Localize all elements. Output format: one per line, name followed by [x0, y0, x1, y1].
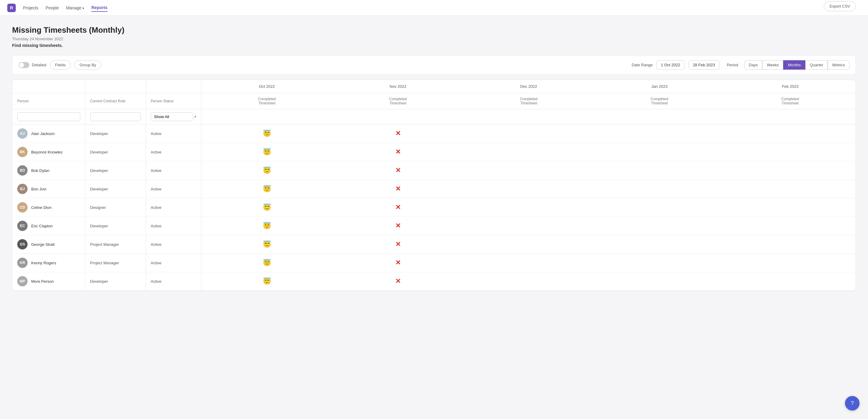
- x-icon: ✕: [395, 277, 401, 285]
- month-dec-2022: Dec 2022: [463, 80, 594, 93]
- table-body: AJ Alan Jackson DeveloperActive😇✕ BK Bey…: [12, 124, 856, 291]
- status-filter-cell: Show All Active Inactive ▾: [146, 109, 201, 124]
- avatar-0: AJ: [17, 128, 28, 139]
- month-cell-4-3: [594, 198, 725, 217]
- table-row: BK Beyoncé Knowles DeveloperActive😇✕: [12, 143, 856, 161]
- role-cell-6: Project Manager: [85, 235, 146, 254]
- period-months[interactable]: Months: [783, 60, 805, 70]
- month-cell-7-2: [463, 254, 594, 272]
- date-end-input[interactable]: 28 Feb 2023: [688, 60, 720, 70]
- x-icon: ✕: [395, 130, 401, 137]
- month-cell-4-0: 😇: [201, 198, 333, 217]
- month-cell-2-2: [463, 161, 594, 180]
- avatar-4: CD: [17, 202, 28, 213]
- period-metrics[interactable]: Metrics: [828, 60, 849, 70]
- month-cell-8-0: 😇: [201, 272, 333, 291]
- status-filter-select[interactable]: Show All Active Inactive: [151, 112, 193, 121]
- month-cell-7-0: 😇: [201, 254, 333, 272]
- person-cell-6: GS George Strait: [12, 235, 85, 254]
- nav-people[interactable]: People: [46, 4, 59, 11]
- month-cell-8-1: ✕: [333, 272, 463, 291]
- status-cell-6: Active: [146, 235, 201, 254]
- status-cell-3: Active: [146, 180, 201, 198]
- month-cell-1-2: [463, 143, 594, 161]
- navigation: R Projects People Manage Reports: [0, 0, 868, 16]
- role-filter-input[interactable]: [90, 112, 141, 121]
- x-icon: ✕: [395, 203, 401, 211]
- table-row: CD Celine Dion DesignerActive😇✕: [12, 198, 856, 217]
- detailed-toggle[interactable]: [19, 62, 29, 68]
- month-cell-0-4: [725, 124, 856, 143]
- period-quarter[interactable]: Quarter: [805, 60, 828, 70]
- status-cell-5: Active: [146, 217, 201, 235]
- avatar-7: KR: [17, 258, 28, 268]
- month-cell-6-3: [594, 235, 725, 254]
- nav-projects[interactable]: Projects: [23, 4, 38, 11]
- page-title: Missing Timesheets (Monthly): [12, 26, 856, 35]
- month-cell-0-0: 😇: [201, 124, 333, 143]
- status-filter-wrap: Show All Active Inactive ▾: [151, 112, 196, 121]
- avatar-2: BD: [17, 165, 28, 175]
- angel-icon: 😇: [263, 240, 271, 248]
- status-cell-2: Active: [146, 161, 201, 180]
- x-icon: ✕: [395, 259, 401, 266]
- table-row: KR Kenny Rogers Project ManagerActive😇✕: [12, 254, 856, 272]
- month-cell-2-1: ✕: [333, 161, 463, 180]
- table-row: BD Bob Dylan DeveloperActive😇✕: [12, 161, 856, 180]
- avatar-1: BK: [17, 147, 28, 157]
- person-name-0: Alan Jackson: [31, 131, 55, 136]
- col-person: Person: [12, 93, 85, 109]
- person-filter-input[interactable]: [17, 112, 80, 121]
- table-row: EC Eric Clapton DeveloperActive😇✕: [12, 217, 856, 235]
- timesheets-table: Oct 2022 Nov 2022 Dec 2022 Jan 2023 Feb …: [12, 79, 856, 291]
- period-days[interactable]: Days: [744, 60, 762, 70]
- x-icon: ✕: [395, 222, 401, 229]
- avatar-8: MP: [17, 276, 28, 286]
- status-cell-4: Active: [146, 198, 201, 217]
- person-name-7: Kenny Rogers: [31, 261, 56, 265]
- month-cell-8-2: [463, 272, 594, 291]
- month-cell-8-3: [594, 272, 725, 291]
- x-icon: ✕: [395, 148, 401, 156]
- person-name-6: George Strait: [31, 242, 55, 247]
- month-cell-0-2: [463, 124, 594, 143]
- role-cell-4: Designer: [85, 198, 146, 217]
- month-cell-8-4: [725, 272, 856, 291]
- period-weeks[interactable]: Weeks: [762, 60, 783, 70]
- angel-icon: 😇: [263, 185, 271, 193]
- date-start-input[interactable]: 1 Oct 2022: [656, 60, 685, 70]
- toolbar: Detailed Fields Group By Date Range 1 Oc…: [12, 55, 856, 75]
- table-row: AJ Alan Jackson DeveloperActive😇✕: [12, 124, 856, 143]
- toggle-knob: [19, 63, 24, 67]
- x-icon: ✕: [395, 166, 401, 174]
- person-name-5: Eric Clapton: [31, 224, 53, 228]
- angel-icon: 😇: [263, 148, 271, 156]
- filter-feb: [725, 109, 856, 124]
- month-cell-5-3: [594, 217, 725, 235]
- filter-dec: [463, 109, 594, 124]
- nav-manage[interactable]: Manage: [66, 4, 84, 11]
- group-by-button[interactable]: Group By: [74, 60, 101, 70]
- role-cell-1: Developer: [85, 143, 146, 161]
- month-cell-6-1: ✕: [333, 235, 463, 254]
- month-oct-2022: Oct 2022: [201, 80, 333, 93]
- nav-reports[interactable]: Reports: [91, 4, 107, 12]
- role-cell-2: Developer: [85, 161, 146, 180]
- person-cell-3: BJ Bon Jovi: [12, 180, 85, 198]
- month-cell-2-4: [725, 161, 856, 180]
- person-name-2: Bob Dylan: [31, 168, 50, 173]
- person-filter-cell: [12, 109, 85, 124]
- table-row: MP More Person DeveloperActive😇✕: [12, 272, 856, 291]
- person-name-8: More Person: [31, 279, 54, 284]
- x-icon: ✕: [395, 185, 401, 193]
- x-icon: ✕: [395, 240, 401, 248]
- person-cell-7: KR Kenny Rogers: [12, 254, 85, 272]
- month-cell-6-0: 😇: [201, 235, 333, 254]
- page-content: Export CSV Missing Timesheets (Monthly) …: [0, 16, 868, 301]
- logo[interactable]: R: [7, 4, 16, 12]
- month-cell-5-0: 😇: [201, 217, 333, 235]
- fields-button[interactable]: Fields: [50, 60, 71, 70]
- person-cell-5: EC Eric Clapton: [12, 217, 85, 235]
- month-cell-5-2: [463, 217, 594, 235]
- export-csv-button[interactable]: Export CSV: [824, 1, 856, 11]
